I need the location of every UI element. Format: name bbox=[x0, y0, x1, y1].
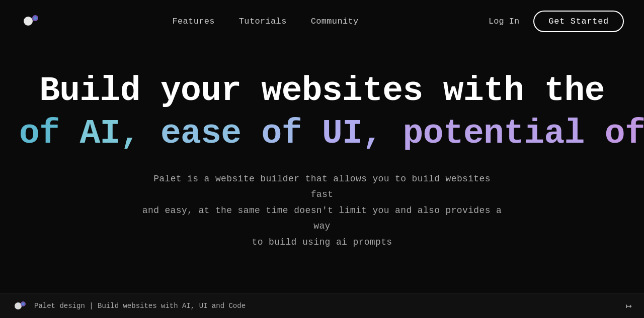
nav-right: Log In Get Started bbox=[489, 11, 624, 32]
subtitle-line2: and easy, at the same time doesn't limit… bbox=[142, 205, 502, 232]
nav-community[interactable]: Community bbox=[311, 17, 359, 26]
bottom-bar-left: Palet design | Build websites with AI, U… bbox=[12, 298, 246, 314]
word-potential: potential bbox=[382, 114, 604, 153]
logo[interactable] bbox=[20, 10, 42, 32]
word-ease: ease bbox=[140, 114, 262, 153]
word-ui: UI, bbox=[302, 114, 383, 153]
svg-point-2 bbox=[34, 17, 37, 20]
word-ai: AI, bbox=[79, 114, 140, 153]
share-icon[interactable]: ↦ bbox=[626, 299, 632, 312]
login-link[interactable]: Log In bbox=[489, 17, 519, 26]
bottom-bar-title: Palet design | Build websites with AI, U… bbox=[34, 302, 246, 310]
navbar: Features Tutorials Community Log In Get … bbox=[0, 0, 644, 42]
nav-features[interactable]: Features bbox=[172, 17, 214, 26]
subtitle-line3: to build using ai prompts bbox=[252, 237, 392, 247]
hero-section: Build your websites with the magic of AI… bbox=[0, 42, 644, 270]
hero-title-line1: Build your websites with the bbox=[39, 72, 605, 110]
svg-point-0 bbox=[24, 17, 33, 26]
svg-point-5 bbox=[22, 302, 25, 305]
word-of2: of bbox=[262, 114, 302, 153]
hero-subtitle: Palet is a website builder that allows y… bbox=[141, 171, 503, 251]
nav-links: Features Tutorials Community bbox=[172, 17, 358, 26]
nav-tutorials[interactable]: Tutorials bbox=[239, 17, 287, 26]
get-started-button[interactable]: Get Started bbox=[533, 11, 624, 32]
hero-title-line2: magic of AI, ease of UI, potential of co… bbox=[0, 114, 644, 153]
word-of3: of bbox=[605, 114, 644, 153]
word-of1: of bbox=[0, 114, 79, 153]
bottom-bar: Palet design | Build websites with AI, U… bbox=[0, 293, 644, 318]
svg-point-3 bbox=[15, 302, 22, 309]
subtitle-line1: Palet is a website builder that allows y… bbox=[153, 174, 491, 200]
